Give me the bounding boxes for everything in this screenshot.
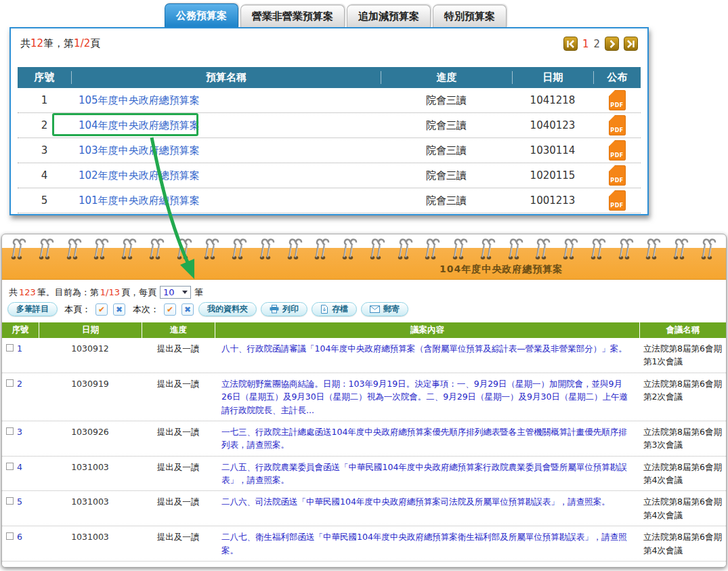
budget-name-link[interactable]: 105年度中央政府總預算案	[79, 94, 200, 106]
clear-all-session-button[interactable]: ✖	[181, 303, 194, 316]
row-meeting: 立法院第8屆第6會期第2次會議	[639, 373, 726, 421]
row-date: 1040123	[512, 119, 593, 131]
tab-special-budget[interactable]: 特別預算案	[433, 5, 507, 27]
row-seq: 6	[17, 530, 22, 543]
row-checkbox[interactable]	[6, 532, 14, 540]
bill-table-body: 1 1030912 提出及一讀 八十、行政院函請審議「104年度中央政府總預算案…	[2, 338, 726, 568]
row-seq: 1	[17, 342, 22, 355]
print-button[interactable]: 列印	[261, 302, 307, 316]
spiral-ring-icon	[231, 236, 249, 261]
row-meeting: 立法院第8屆第6會期第9次會議	[639, 562, 726, 568]
pdf-icon[interactable]: PDF	[609, 115, 626, 135]
row-seq: 3	[18, 144, 71, 156]
mail-button[interactable]: 郵寄	[361, 302, 408, 316]
next-page-button[interactable]	[605, 37, 619, 51]
row-date: 1001213	[512, 194, 593, 207]
spiral-ring-icon	[38, 236, 56, 261]
table-row: 1 105年度中央政府總預算案 院會三讀 1041218 PDF	[18, 88, 641, 113]
per-page-select[interactable]: 10	[160, 286, 191, 299]
row-checkbox[interactable]	[6, 344, 14, 352]
budget-name-link[interactable]: 103年度中央政府總預算案	[79, 144, 200, 156]
page-number-2[interactable]: 2	[593, 38, 600, 50]
select-all-page-button[interactable]: ✔	[95, 303, 108, 316]
bill-content-link[interactable]: 立法院朝野黨團協商結論。日期：103年9月19日。決定事項：一、9月29日（星期…	[215, 373, 639, 421]
bill-content-link[interactable]: 二九七、原住民族委員會函送「中華民國104年度中央政府總預算案原住民族委員會單位…	[215, 562, 639, 568]
budget-table-body: 1 105年度中央政府總預算案 院會三讀 1041218 PDF 2 104年度…	[18, 88, 641, 213]
spiral-ring-icon	[479, 236, 497, 261]
spiral-ring-icon	[314, 236, 331, 261]
bill-row: 2 1030919 提出及一讀 立法院朝野黨團協商結論。日期：103年9月19日…	[2, 373, 726, 421]
bill-content-link[interactable]: 二八六、司法院函送「中華民國104年度中央政府總預算案司法院及所屬單位預算勘誤表…	[215, 491, 639, 526]
spiral-ring-icon	[121, 236, 138, 261]
row-date: 1041218	[512, 94, 593, 106]
next-page-icon	[609, 40, 616, 48]
my-folder-button[interactable]: 我的資料夾	[198, 302, 257, 316]
budget-name-link[interactable]: 102年度中央政府總預算案	[79, 169, 200, 182]
page-indicator: 1/2	[74, 37, 90, 49]
row-checkbox[interactable]	[6, 379, 14, 387]
budget-name-link[interactable]: 101年度中央政府總預算案	[79, 194, 200, 207]
pdf-icon[interactable]: PDF	[609, 90, 626, 110]
envelope-icon	[370, 305, 380, 313]
spiral-ring-icon	[424, 236, 442, 261]
spiral-ring-icon	[203, 236, 221, 261]
row-seq: 7	[17, 566, 22, 568]
bill-content-link[interactable]: 二八七、衛生福利部函送「中華民國104年度中央政府總預算案衛生福利部及所屬單位預…	[215, 526, 639, 561]
spiral-ring-icon	[66, 236, 83, 261]
pdf-icon[interactable]: PDF	[609, 165, 626, 186]
row-seq: 5	[18, 194, 71, 207]
col-header-progress: 進度	[381, 71, 512, 84]
select-page-label: 本頁：	[64, 303, 91, 316]
row-date: 1031003	[39, 457, 142, 491]
row-checkbox[interactable]	[6, 497, 14, 505]
result-summary: 共12筆，第1/2頁	[20, 37, 100, 50]
table-row: 3 103年度中央政府總預算案 院會三讀 1030114 PDF	[18, 138, 641, 163]
row-meeting: 立法院第8屆第6會期第1次會議	[639, 338, 726, 373]
bill-content-link[interactable]: 一七三、行政院主計總處函送104年度中央政府總預算案優先順序排列總表暨各主管機關…	[215, 421, 639, 456]
col-header-publish: 公布	[593, 71, 641, 84]
col-header-seq: 序號	[18, 71, 71, 84]
row-date: 1030912	[39, 338, 142, 373]
row-checkbox[interactable]	[6, 463, 14, 470]
tab-business-budget[interactable]: 營業非營業預算案	[240, 5, 345, 27]
spiral-ring-icon	[562, 236, 580, 261]
col-header-progress: 進度	[142, 322, 215, 338]
printer-icon	[270, 305, 279, 314]
row-progress: 提出及一讀	[142, 526, 215, 561]
bill-content-link[interactable]: 二八五、行政院農業委員會函送「中華民國104年度中央政府總預算案行政院農業委員會…	[215, 457, 639, 491]
spiral-ring-icon	[672, 236, 690, 261]
multi-detail-button[interactable]: 多筆詳目	[7, 302, 58, 316]
col-header-content: 議案內容	[215, 322, 639, 338]
pagination: 1 2	[563, 37, 638, 51]
detail-title: 104年度中央政府總預算案	[440, 263, 563, 276]
select-all-session-button[interactable]: ✔	[164, 303, 176, 316]
row-progress: 院會三讀	[381, 169, 512, 182]
bill-content-link[interactable]: 八十、行政院函請審議「104年度中央政府總預算案（含附屬單位預算及綜計表—營業及…	[215, 338, 639, 373]
clear-all-page-button[interactable]: ✖	[113, 303, 125, 316]
row-meeting: 立法院第8屆第6會期第4次會議	[639, 457, 726, 491]
pdf-icon[interactable]: PDF	[609, 190, 626, 211]
row-progress: 院會三讀	[381, 144, 512, 157]
row-date: 1030114	[512, 144, 593, 156]
spiral-ring-icon	[369, 236, 387, 261]
pdf-icon[interactable]: PDF	[609, 140, 626, 161]
tab-public-budget[interactable]: 公務預算案	[165, 3, 238, 27]
tab-supplementary-budget[interactable]: 追加減預算案	[347, 5, 431, 27]
detail-page-indicator: 1/13	[100, 287, 120, 297]
save-button[interactable]: 存檔	[312, 302, 357, 316]
first-page-button[interactable]	[563, 37, 578, 51]
row-progress: 提出及一讀	[142, 373, 215, 421]
chevron-down-icon	[182, 291, 188, 294]
spiral-ring-icon	[93, 236, 110, 261]
spiral-ring-icon	[452, 236, 469, 261]
row-checkbox[interactable]	[6, 427, 14, 435]
spiral-ring-icon	[259, 236, 276, 261]
bill-row: 6 1031003 提出及一讀 二八七、衛生福利部函送「中華民國104年度中央政…	[2, 526, 726, 562]
budget-table: 序號 預算名稱 進度 日期 公布 1 105年度中央政府總預算案 院會三讀 10…	[18, 67, 641, 213]
bill-row: 1 1030912 提出及一讀 八十、行政院函請審議「104年度中央政府總預算案…	[2, 338, 726, 373]
col-header-name: 預算名稱	[71, 71, 381, 84]
spiral-ring-icon	[618, 236, 635, 261]
row-seq: 3	[17, 425, 22, 438]
row-seq: 5	[17, 495, 22, 508]
last-page-button[interactable]	[624, 37, 638, 51]
